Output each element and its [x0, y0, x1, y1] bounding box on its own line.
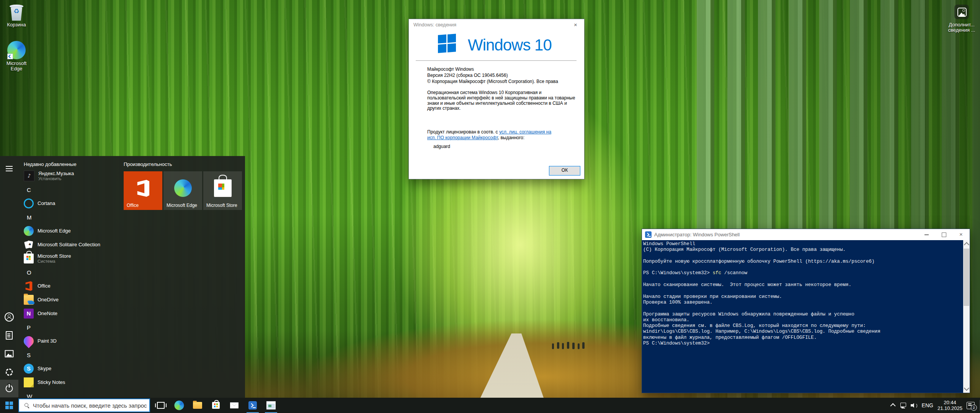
expand-menu-button[interactable]: [0, 160, 18, 177]
taskbar-button-task-view[interactable]: [152, 398, 170, 413]
taskbar-button-powershell[interactable]: [243, 398, 262, 413]
start-app-item[interactable]: Microsoft Solitaire Collection: [18, 238, 122, 252]
start-app-item[interactable]: Яндекс.МузыкаУстановить: [18, 169, 122, 183]
close-button[interactable]: ×: [952, 229, 970, 240]
start-tile[interactable]: Microsoft Store: [203, 171, 242, 210]
powershell-titlebar[interactable]: Администратор: Windows PowerShell ×: [642, 229, 970, 240]
powershell-console[interactable]: Windows PowerShell(C) Корпорация Майкрос…: [642, 240, 963, 393]
taskbar-button-store[interactable]: [207, 398, 225, 413]
windows-flag-icon: [438, 34, 456, 53]
maximize-button[interactable]: [935, 229, 952, 240]
start-tile[interactable]: Office: [124, 171, 162, 210]
app-section-letter[interactable]: O: [18, 265, 122, 279]
taskbar-button-file-explorer[interactable]: [188, 398, 207, 413]
scroll-down-icon[interactable]: [964, 385, 969, 391]
settings-button[interactable]: [0, 363, 18, 381]
office-icon: [24, 281, 34, 291]
desktop-icon-label: Дополнит...: [945, 22, 978, 28]
chevron-up-icon[interactable]: [890, 403, 895, 408]
solitaire-icon: [24, 240, 34, 250]
maximize-icon: [942, 233, 946, 237]
tiles-row: OfficeMicrosoft EdgeMicrosoft Store: [124, 171, 242, 210]
start-app-item[interactable]: Cortana: [18, 197, 122, 210]
app-section-letter[interactable]: M: [18, 210, 122, 224]
app-label: Microsoft Solitaire Collection: [38, 242, 100, 247]
volume-icon[interactable]: [911, 402, 918, 408]
start-app-item[interactable]: Office: [18, 279, 122, 293]
skype-icon: [24, 364, 34, 374]
start-app-item[interactable]: Microsoft Edge: [18, 224, 122, 238]
powershell-icon: [248, 401, 257, 410]
start-app-item[interactable]: Microsoft StoreСистема: [18, 252, 122, 265]
desktop-icon-recycle-bin[interactable]: ♻ Корзина: [0, 4, 33, 28]
edge-icon: [7, 41, 26, 59]
shortcut-arrow-icon: [7, 54, 13, 59]
onedrive-icon: [24, 295, 34, 305]
product-name-line: Майкрософт Windows: [427, 66, 558, 72]
minimize-button[interactable]: [918, 229, 935, 240]
app-section-letter[interactable]: P: [18, 320, 122, 334]
start-app-item[interactable]: Skype: [18, 362, 122, 376]
language-indicator[interactable]: ENG: [922, 402, 933, 408]
desktop-icon-label: Корзина: [0, 22, 33, 28]
start-menu: Недавно добавленные Яндекс.МузыкаУстанов…: [0, 156, 245, 398]
search-box[interactable]: Чтобы начать поиск, введите здесь запрос: [18, 398, 150, 412]
recycle-bin-icon: ♻: [10, 4, 23, 21]
start-app-item[interactable]: OneNote: [18, 307, 122, 320]
app-section-letter[interactable]: S: [18, 348, 122, 362]
edge-icon: [24, 226, 34, 236]
winver-product-info: Майкрософт Windows Версия 22H2 (сборка О…: [427, 66, 558, 85]
taskbar-button-winver-window[interactable]: [262, 398, 280, 413]
documents-button[interactable]: [0, 327, 18, 344]
start-button[interactable]: [0, 398, 18, 413]
version-line: Версия 22H2 (сборка ОС 19045.6456): [427, 72, 558, 78]
scrollbar[interactable]: [963, 240, 970, 393]
app-section-letter[interactable]: C: [18, 183, 122, 197]
winver-legal-text: Операционная система Windows 10 Корпорат…: [427, 90, 575, 111]
taskbar-button-mail[interactable]: [225, 398, 243, 413]
desktop-icon-label: сведения ...: [945, 28, 978, 33]
pictures-button[interactable]: [0, 345, 18, 363]
tile-label: Microsoft Edge: [167, 203, 197, 208]
app-label: Skype: [38, 366, 51, 371]
task-view-icon: [157, 402, 165, 409]
app-label: Cortana: [38, 201, 55, 206]
desktop-icon-edge[interactable]: Microsoft Edge: [0, 41, 33, 72]
sticky-notes-icon: [24, 377, 34, 387]
start-app-item[interactable]: OneDrive: [18, 293, 122, 307]
recently-added-header: Недавно добавленные: [24, 161, 77, 167]
app-label: Microsoft Edge: [38, 228, 71, 234]
windows10-wordmark: Windows 10: [468, 36, 552, 54]
notification-icon[interactable]: 2: [967, 402, 975, 409]
winver-dialog: Windows: сведения × Windows 10 Майкрософ…: [408, 19, 585, 179]
scroll-up-icon[interactable]: [964, 242, 969, 247]
user-avatar-icon: [5, 312, 14, 322]
start-app-item[interactable]: Sticky Notes: [18, 376, 122, 389]
app-sublabel: Система: [38, 259, 71, 264]
taskbar-button-edge[interactable]: [170, 398, 188, 413]
tile-label: Microsoft Store: [206, 203, 237, 208]
start-app-list: Яндекс.МузыкаУстановитьCCortanaMMicrosof…: [18, 169, 122, 398]
clock[interactable]: 20:44 21.10.2025: [938, 400, 962, 411]
power-button[interactable]: [0, 380, 18, 397]
license-terms-link[interactable]: усл. лиц. соглашения на: [499, 129, 551, 135]
minimize-icon: [924, 234, 929, 235]
winver-titlebar[interactable]: Windows: сведения ×: [409, 19, 584, 31]
taskbar: Чтобы начать поиск, введите здесь запрос…: [0, 398, 980, 413]
license-terms-link2[interactable]: исп. ПО корпорации Майкрософт: [427, 135, 498, 140]
search-placeholder: Чтобы начать поиск, введите здесь запрос: [33, 402, 147, 409]
app-label: OneNote: [38, 311, 57, 316]
edge-icon: [175, 401, 184, 410]
network-icon[interactable]: [900, 402, 906, 408]
desktop-icon-spotlight[interactable]: Дополнит... сведения ...: [945, 5, 978, 33]
paint3d-icon: [22, 334, 36, 348]
scrollbar-thumb[interactable]: [964, 249, 969, 306]
ok-button[interactable]: ОК: [549, 166, 580, 176]
user-account-button[interactable]: [0, 308, 18, 326]
close-icon[interactable]: ×: [567, 19, 584, 30]
app-label: OneDrive: [38, 297, 59, 302]
store-icon: [212, 402, 220, 409]
start-app-item[interactable]: Paint 3D: [18, 334, 122, 348]
app-section-letter[interactable]: W: [18, 389, 122, 398]
start-tile[interactable]: Microsoft Edge: [163, 171, 202, 210]
